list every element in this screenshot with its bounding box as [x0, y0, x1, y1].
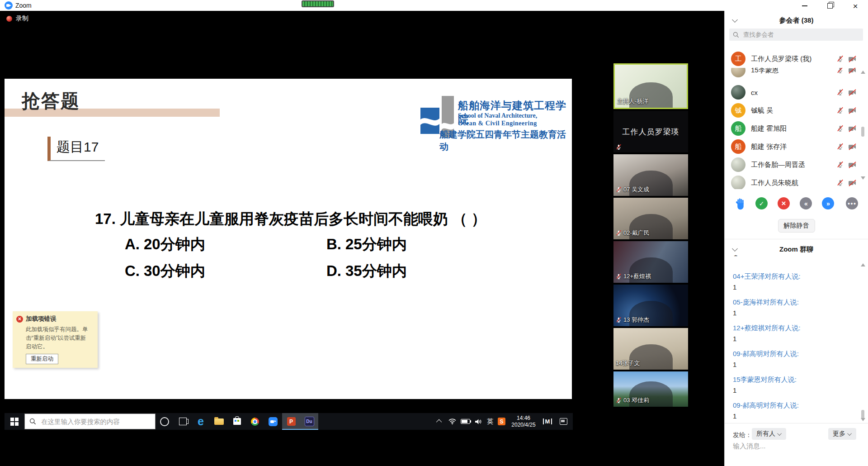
- cortana-button[interactable]: [156, 413, 174, 430]
- unmute-button[interactable]: 解除静音: [778, 219, 815, 233]
- sogou-tray-button[interactable]: S: [495, 413, 508, 430]
- edge-button[interactable]: e: [192, 413, 210, 430]
- show-hidden-icons-button[interactable]: [433, 413, 446, 430]
- screen-share-toolbar-indicator[interactable]: [302, 0, 334, 7]
- participant-row[interactable]: 铖 铖毓 吴: [725, 101, 868, 119]
- video-thumbnail[interactable]: 主持人-杨洋: [613, 63, 688, 109]
- chevron-down-icon: [847, 431, 852, 436]
- yes-button[interactable]: ✓: [755, 197, 768, 209]
- participant-row[interactable]: 工 工作人员罗梁瑛 (我): [725, 50, 868, 68]
- chat-message: 15李蒙恩对所有人说: 1: [733, 374, 855, 395]
- minimize-icon: [802, 5, 807, 6]
- input-language-indicator[interactable]: 英: [485, 413, 495, 430]
- du-app-button[interactable]: Du: [300, 413, 318, 430]
- battery-tray-button[interactable]: [458, 413, 472, 430]
- participant-name-centered: 工作人员罗梁瑛: [613, 111, 688, 152]
- participant-search[interactable]: [729, 29, 863, 41]
- speaker-icon: [475, 418, 482, 425]
- video-off-icon: [848, 107, 857, 114]
- close-button[interactable]: ×: [843, 0, 868, 12]
- minimize-button[interactable]: [792, 0, 817, 12]
- mic-muted-icon: [616, 273, 622, 280]
- participant-search-input[interactable]: [742, 31, 853, 38]
- chat-sender: 15李蒙恩对所有人说:: [733, 374, 855, 385]
- chat-text: 1: [733, 308, 855, 318]
- answer-option: D.35分钟内: [326, 261, 407, 281]
- no-button[interactable]: ×: [778, 197, 790, 209]
- taskbar-search[interactable]: [24, 414, 156, 429]
- participant-row[interactable]: 船 船建 霍旭阳: [725, 119, 868, 138]
- mic-muted-icon: [837, 125, 844, 132]
- participant-name: 15李蒙恩: [751, 68, 831, 75]
- go-slower-button[interactable]: «: [800, 197, 812, 209]
- window-title: Zoom: [15, 2, 32, 9]
- participant-name-label: 03 邓佳莉: [623, 396, 649, 404]
- powerpoint-button[interactable]: P: [282, 413, 300, 430]
- participant-name-label: 02-戴广民: [623, 229, 650, 237]
- participants-header: 参会者 (38): [725, 16, 868, 25]
- chat-scrollbar-thumb[interactable]: [861, 410, 864, 419]
- video-thumbnail[interactable]: 12+蔡煌祺: [613, 241, 688, 283]
- participant-row[interactable]: cx: [725, 83, 868, 101]
- volume-tray-button[interactable]: [472, 413, 485, 430]
- mic-muted-icon: [616, 230, 622, 236]
- more-reactions-button[interactable]: ●●●: [846, 197, 858, 209]
- send-to-dropdown[interactable]: 所有人: [752, 428, 786, 440]
- video-thumbnail[interactable]: 14张子文: [613, 328, 688, 370]
- participant-row[interactable]: 工作人员朱晓航: [725, 174, 868, 189]
- folder-icon: [214, 418, 224, 425]
- m-tray-button[interactable]: M: [539, 413, 556, 430]
- participant-name-label: 13 郭仲杰: [623, 316, 649, 324]
- question-number-label: 题目17: [47, 137, 105, 161]
- go-faster-button[interactable]: »: [822, 197, 834, 209]
- participant-row[interactable]: 15李蒙恩: [725, 68, 868, 83]
- participants-scroll-down[interactable]: [861, 176, 865, 180]
- chat-scroll-up[interactable]: [861, 263, 865, 266]
- participant-row[interactable]: 工作备胎—周晋丞: [725, 156, 868, 174]
- chat-message-input[interactable]: [732, 442, 860, 450]
- taskbar-search-input[interactable]: [40, 418, 142, 426]
- video-thumbnail[interactable]: 02-戴广民: [613, 198, 688, 239]
- mic-muted-icon: [837, 68, 844, 74]
- task-view-button[interactable]: [174, 413, 192, 430]
- store-button[interactable]: [228, 413, 246, 430]
- chrome-icon: [251, 418, 259, 426]
- start-button[interactable]: [5, 413, 24, 430]
- chevron-down-icon: [777, 431, 782, 436]
- avatar: [731, 157, 745, 172]
- zoom-app-icon: [5, 1, 13, 10]
- divider: [725, 239, 868, 239]
- video-thumbnail[interactable]: 07 吴文成: [613, 154, 688, 196]
- cortana-icon: [160, 417, 169, 426]
- slide-title: 抢答题: [22, 89, 80, 114]
- raise-hand-button[interactable]: [735, 198, 746, 210]
- zoom-taskbar-button[interactable]: [264, 413, 282, 430]
- answer-option: C.30分钟内: [125, 261, 205, 281]
- video-thumbnail[interactable]: 工作人员罗梁瑛 工作人员罗梁瑛: [613, 111, 688, 152]
- taskbar-clock[interactable]: 14:46 2020/4/25: [508, 413, 539, 430]
- video-off-icon: [848, 162, 857, 168]
- chrome-button[interactable]: [246, 413, 264, 430]
- participant-name-label: 14张子文: [616, 359, 640, 367]
- mic-muted-icon: [616, 186, 622, 193]
- participants-scrollbar-thumb[interactable]: [861, 127, 864, 137]
- participant-list: 工 工作人员罗梁瑛 (我) 15李蒙恩: [725, 43, 868, 189]
- action-center-button[interactable]: [556, 413, 571, 430]
- clock-date: 2020/4/25: [511, 422, 535, 428]
- file-explorer-button[interactable]: [210, 413, 228, 430]
- chat-scroll-down[interactable]: [861, 418, 865, 421]
- chat-sender: 09-郝高明对所有人说:: [733, 348, 855, 359]
- participant-row[interactable]: 船 船建 张存洋: [725, 138, 868, 156]
- participant-name: 铖毓 吴: [751, 106, 831, 115]
- restore-button[interactable]: [817, 0, 843, 12]
- meeting-main-area: 录制 抢答题 题目17 船舶海洋与建筑工程学院 School of Naval …: [0, 11, 724, 466]
- video-thumbnail[interactable]: 13 郭仲杰: [613, 285, 688, 326]
- video-off-icon: [848, 89, 857, 96]
- restart-addin-button[interactable]: 重新启动: [26, 354, 58, 364]
- video-thumbnail[interactable]: 03 邓佳莉: [613, 371, 688, 407]
- participants-scroll-up[interactable]: [861, 71, 865, 74]
- wifi-tray-button[interactable]: [446, 413, 458, 430]
- chat-more-dropdown[interactable]: 更多: [828, 428, 856, 440]
- addin-error-popup: × 加载项错误 此加载项似乎有问题。单击“重新启动”以尝试重新启动它。 重新启动: [13, 311, 98, 368]
- m-logo-icon: M: [543, 418, 552, 424]
